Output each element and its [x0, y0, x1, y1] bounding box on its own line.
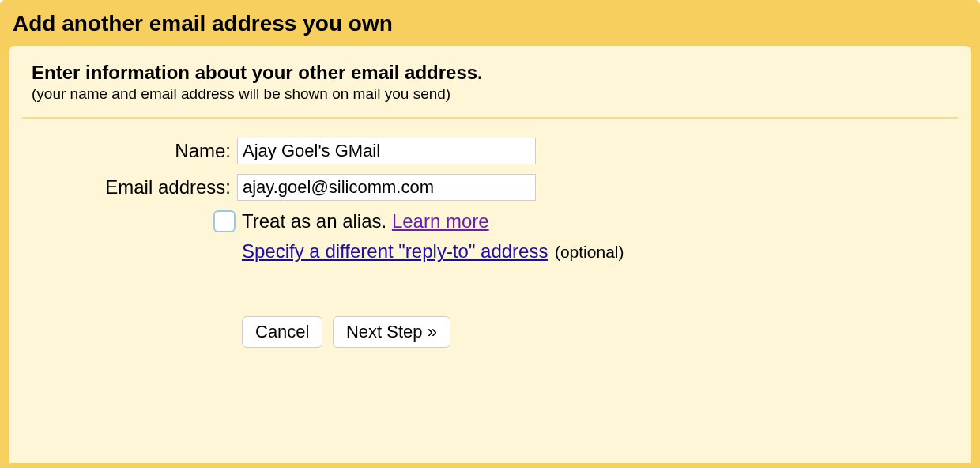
- dialog-outer: Add another email address you own Enter …: [0, 0, 980, 468]
- alias-text-wrap: Treat as an alias. Learn more: [242, 210, 489, 232]
- alias-row: Treat as an alias. Learn more: [213, 210, 971, 232]
- alias-checkbox[interactable]: [213, 210, 236, 232]
- name-input[interactable]: [237, 138, 536, 164]
- email-row: Email address:: [9, 174, 971, 201]
- optional-text: (optional): [555, 243, 624, 261]
- email-input[interactable]: [237, 174, 536, 201]
- name-label: Name:: [9, 140, 237, 162]
- cancel-button[interactable]: Cancel: [242, 316, 322, 348]
- alias-text: Treat as an alias.: [242, 210, 392, 232]
- reply-to-link[interactable]: Specify a different "reply-to" address: [242, 240, 548, 262]
- email-label: Email address:: [9, 176, 237, 198]
- section-subtitle: (your name and email address will be sho…: [32, 85, 948, 103]
- next-step-button[interactable]: Next Step »: [333, 316, 450, 348]
- reply-to-row: Specify a different "reply-to" address (…: [242, 240, 971, 262]
- form-area: Name: Email address: Treat as an alias. …: [9, 119, 971, 348]
- dialog-title: Add another email address you own: [0, 0, 980, 46]
- section-title: Enter information about your other email…: [32, 62, 948, 84]
- name-row: Name:: [9, 138, 971, 164]
- dialog-inner-panel: Enter information about your other email…: [9, 46, 971, 463]
- learn-more-link[interactable]: Learn more: [392, 210, 489, 232]
- section-header: Enter information about your other email…: [9, 46, 971, 111]
- button-row: Cancel Next Step »: [242, 316, 971, 348]
